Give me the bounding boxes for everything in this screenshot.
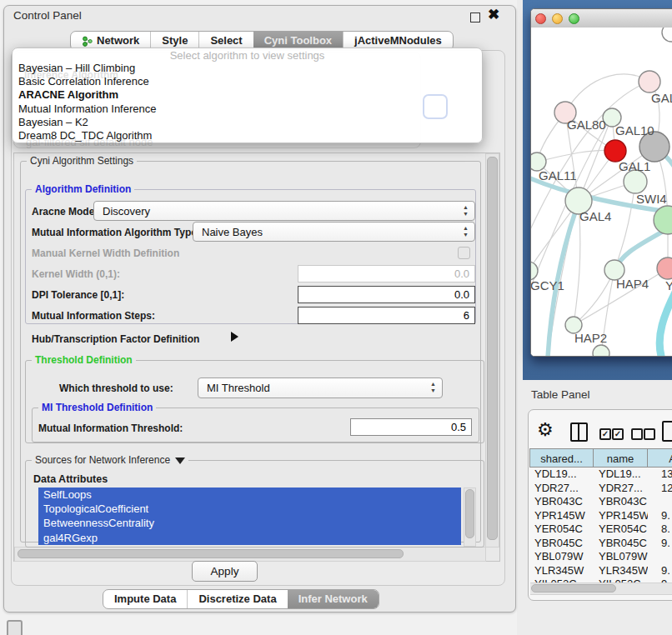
- control-panel-title: Control Panel: [13, 9, 82, 22]
- dpi-tolerance-field[interactable]: 0.0: [298, 286, 475, 303]
- kernel-width-field[interactable]: 0.0: [298, 265, 475, 282]
- network-graph: GALGAL80GAL10GAL1GAL11SWI4GAL4GCY1HAP4YH…: [531, 28, 672, 356]
- which-threshold-select[interactable]: MI Threshold ▲▼: [198, 378, 443, 398]
- mi-algorithm-type-select[interactable]: Naive Bayes ▲▼: [193, 222, 475, 242]
- attribute-item-selfloops[interactable]: SelfLoops: [38, 488, 461, 502]
- gear-icon[interactable]: ⚙: [537, 420, 554, 440]
- table-hscrollbar-thumb[interactable]: [531, 584, 616, 592]
- tab-label: Discretize Data: [198, 590, 276, 608]
- table-row[interactable]: YBR043CYBR043C: [529, 495, 672, 509]
- deselect-checkbox-icon[interactable]: [631, 428, 643, 440]
- algorithm-option-bayesian-hill-climbing[interactable]: Bayesian – Hill Climbing: [13, 62, 482, 75]
- table-cell: 13: [648, 468, 672, 482]
- table-cell: YBL079W: [529, 550, 594, 564]
- table-column-header-shared[interactable]: shared...: [529, 448, 594, 468]
- attribute-item-betweennesscentrality[interactable]: BetweennessCentrality: [38, 516, 461, 530]
- network-edge[interactable]: [565, 74, 649, 112]
- network-node-GAL[interactable]: [639, 71, 660, 92]
- algorithm-option-aracne-algorithm[interactable]: ARACNE Algorithm: [13, 88, 482, 102]
- table-cell: YDR27...: [529, 482, 594, 496]
- kernel-width-label: Kernel Width (0,1):: [32, 268, 120, 280]
- dpi-tolerance-label: DPI Tolerance [0,1]:: [32, 289, 124, 301]
- node-label-gal10: GAL10: [615, 123, 654, 138]
- table-column-header-name[interactable]: name: [594, 448, 648, 468]
- popup-placeholder: Select algorithm to view settings: [13, 49, 482, 62]
- table-cell: 8.: [648, 522, 672, 537]
- new-table-icon[interactable]: [662, 421, 672, 442]
- table-row[interactable]: YDL19...YDL19...13: [529, 468, 672, 482]
- data-attributes-label: Data Attributes: [33, 473, 108, 485]
- algorithm-option-basic-correlation-inference[interactable]: Basic Correlation Inference: [13, 75, 482, 88]
- table-row[interactable]: YDR27...YDR27...12: [529, 482, 672, 496]
- stepper-icon: ▲▼: [430, 381, 436, 394]
- column-view-icon[interactable]: [570, 422, 588, 442]
- bottom-tabbar: Impute DataDiscretize DataInfer Network: [103, 589, 379, 609]
- table-row[interactable]: YLR345WYLR345W9.: [529, 564, 672, 578]
- network-icon: [82, 36, 93, 47]
- table-header-row: shared...nameA: [529, 448, 672, 468]
- tab-impute-data[interactable]: Impute Data: [103, 590, 187, 608]
- network-view-window: GALGAL80GAL10GAL1GAL11SWI4GAL4GCY1HAP4YH…: [530, 8, 672, 357]
- minimized-panel-icon[interactable]: [7, 620, 23, 635]
- attributes-vscrollbar-thumb[interactable]: [465, 489, 474, 538]
- collapse-triangle-icon[interactable]: [175, 458, 185, 464]
- table-row[interactable]: YBL079WYBL079W: [529, 550, 672, 564]
- algorithm-definition-title: Algorithm Definition: [32, 183, 134, 195]
- network-node-edge-node[interactable]: [662, 28, 672, 42]
- manual-kernel-width-checkbox[interactable]: [458, 247, 470, 259]
- network-node-bottom-node[interactable]: [593, 345, 609, 356]
- network-node-GAL1[interactable]: [624, 170, 647, 193]
- close-traffic-light-icon[interactable]: [535, 13, 546, 24]
- table-cell: YER054C: [594, 522, 648, 537]
- node-label-hap2: HAP2: [574, 331, 607, 345]
- zoom-traffic-light-icon[interactable]: [569, 13, 579, 24]
- table-row[interactable]: YPR145WYPR145W9.: [529, 509, 672, 523]
- table-row[interactable]: YBR045CYBR045C9.: [529, 537, 672, 551]
- mi-algorithm-type-label: Mutual Information Algorithm Type:: [32, 227, 200, 238]
- network-edge[interactable]: [537, 150, 615, 162]
- manual-kernel-width-label: Manual Kernel Width Definition: [32, 248, 179, 259]
- mi-steps-field[interactable]: 6: [298, 307, 475, 324]
- minimize-traffic-light-icon[interactable]: [552, 13, 563, 24]
- attribute-item-topologicalcoefficient[interactable]: TopologicalCoefficient: [38, 502, 461, 516]
- tab-infer-network[interactable]: Infer Network: [288, 590, 379, 608]
- table-cell: YER054C: [529, 522, 594, 537]
- hub-definition-expand-icon[interactable]: [231, 332, 238, 342]
- node-label-gal80: GAL80: [567, 118, 606, 132]
- select-all-checkbox-icon[interactable]: ✓: [599, 428, 611, 440]
- table-cell: YDL19...: [529, 468, 594, 482]
- settings-hscrollbar-thumb[interactable]: [18, 549, 404, 558]
- data-attributes-list[interactable]: SelfLoopsTopologicalCoefficientBetweenne…: [38, 488, 461, 545]
- tab-discretize-data[interactable]: Discretize Data: [187, 590, 287, 608]
- deselect-checkbox-icon-2[interactable]: [644, 428, 655, 440]
- node-label-gal: GAL: [651, 91, 672, 105]
- node-label-gal11: GAL11: [539, 168, 577, 182]
- close-panel-icon[interactable]: ✖: [488, 7, 499, 23]
- attribute-item-gal4rgexp[interactable]: gal4RGexp: [38, 531, 461, 545]
- desktop: { "control_panel": { "title": "Control P…: [0, 0, 672, 635]
- select-all-checkbox-icon-2[interactable]: ✓: [612, 428, 624, 440]
- mi-threshold-field[interactable]: 0.5: [350, 418, 472, 436]
- settings-vscrollbar-thumb[interactable]: [487, 157, 498, 540]
- network-node-GCY1[interactable]: [531, 262, 538, 280]
- table-cell: YDL19...: [594, 468, 648, 482]
- tab-label: Infer Network: [298, 590, 368, 608]
- aracne-mode-select[interactable]: Discovery ▲▼: [93, 201, 475, 221]
- algorithm-option-bayesian-k2[interactable]: Bayesian – K2: [13, 116, 482, 129]
- float-window-icon[interactable]: [470, 12, 480, 22]
- network-edge-highlighted[interactable]: [659, 282, 672, 356]
- table-cell: YBR045C: [529, 537, 594, 551]
- table-cell: 9.: [648, 564, 672, 578]
- table-column-header-a[interactable]: A: [648, 448, 672, 468]
- network-canvas[interactable]: GALGAL80GAL10GAL1GAL11SWI4GAL4GCY1HAP4YH…: [531, 28, 672, 356]
- table-cell: YLR345W: [529, 564, 594, 578]
- network-window-titlebar[interactable]: [531, 9, 672, 28]
- table-cell: YPR145W: [594, 509, 648, 523]
- network-node-salmon-node[interactable]: [657, 258, 672, 279]
- table-cell: YBL079W: [594, 550, 648, 564]
- table-cell: [648, 550, 672, 564]
- algorithm-option-mutual-information-inference[interactable]: Mutual Information Inference: [13, 102, 482, 116]
- table-row[interactable]: YER054CYER054C8.: [529, 522, 672, 537]
- apply-button[interactable]: Apply: [192, 561, 258, 582]
- algorithm-option-dream8-dc-tdc-algorithm[interactable]: Dream8 DC_TDC Algorithm: [13, 129, 482, 142]
